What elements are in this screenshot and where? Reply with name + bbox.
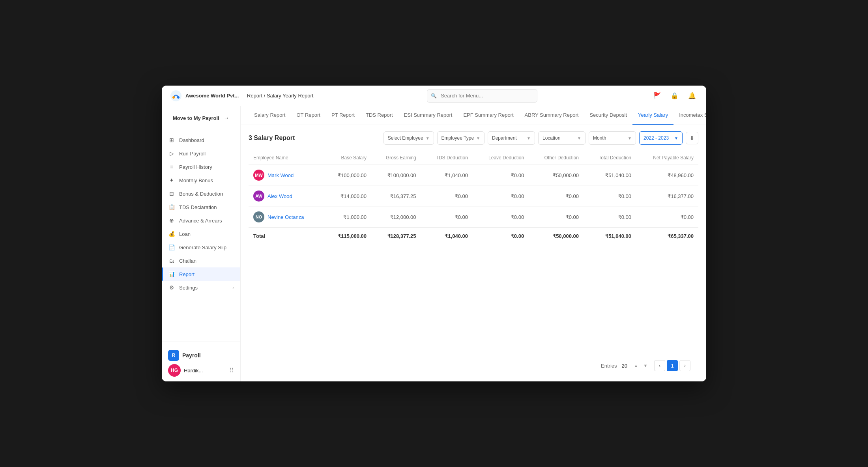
tab-yearly-salary[interactable]: Yearly Salary [632,106,673,125]
month-chevron: ▼ [628,136,632,140]
page-prev-button[interactable]: ‹ [654,360,665,371]
user-row: HG Hardik... ⠿ [168,364,234,377]
department-chevron: ▼ [527,136,531,140]
page-next-button[interactable]: › [679,360,690,371]
avatar: NO [253,211,264,222]
entries-count: 20 [622,363,627,369]
other-deduction-cell: ₹0.00 [529,186,584,207]
total-label-cell: Total [249,228,324,244]
tab-ot-report[interactable]: OT Report [291,106,326,125]
tab-pt-report[interactable]: PT Report [326,106,360,125]
payroll-history-icon: ≡ [168,164,175,170]
location-filter[interactable]: Location ▼ [538,131,586,145]
sidebar-item-dashboard[interactable]: ⊞ Dashboard [162,133,240,147]
total-net-payable: ₹65,337.00 [636,228,698,244]
net-payable-cell: ₹16,377.00 [636,186,698,207]
sidebar-item-loan[interactable]: 💰 Loan [162,227,240,241]
tab-epf-summary-report[interactable]: EPF Summary Report [458,106,519,125]
download-button[interactable]: ⬇ [686,132,698,144]
other-deduction-cell: ₹0.00 [529,207,584,228]
employee-type-chevron: ▼ [476,136,480,140]
sidebar-item-payroll-history[interactable]: ≡ Payroll History [162,160,240,174]
col-gross-earning: Gross Earning [371,151,421,165]
page-1-button[interactable]: 1 [667,360,678,371]
total-tds-deduction: ₹1,040.00 [421,228,473,244]
employee-name-link[interactable]: Alex Wood [268,193,292,199]
tds-deduction-cell: ₹0.00 [421,207,473,228]
entries-down-arrow[interactable]: ▼ [642,362,649,370]
svg-point-1 [172,96,175,99]
lock-icon[interactable]: 🔒 [668,90,681,102]
sidebar-item-run-payroll[interactable]: ▷ Run Payroll [162,147,240,160]
location-chevron: ▼ [577,136,581,140]
dashboard-icon: ⊞ [168,137,175,143]
sidebar-item-tds-declaration[interactable]: 📋 TDS Declaration [162,200,240,214]
bonus-deduction-icon: ⊟ [168,191,175,197]
sidebar-item-monthly-bonus[interactable]: ✦ Monthly Bonus [162,174,240,187]
payroll-brand-icon: R [168,350,179,361]
entries-label: Entries [601,363,617,369]
sidebar-item-advance-arrears[interactable]: ⊕ Advance & Arrears [162,214,240,227]
table-row: AW Alex Wood ₹14,000.00 ₹16,377.25 ₹0.00… [249,186,698,207]
net-payable-cell: ₹48,960.00 [636,165,698,186]
challan-icon: 🗂 [168,258,175,264]
logo-area: Awesome World Pvt... [170,90,241,102]
entries-up-arrow[interactable]: ▲ [632,362,640,370]
move-to-payroll-label: Move to My Payroll [173,115,219,121]
total-deduction-cell: ₹0.00 [584,186,636,207]
loan-icon: 💰 [168,231,175,237]
tab-salary-report[interactable]: Salary Report [249,106,291,125]
total-row: Total ₹115,000.00 ₹128,377.25 ₹1,040.00 … [249,228,698,244]
year-chevron: ▼ [674,136,678,140]
total-total-deduction: ₹51,040.00 [584,228,636,244]
main-content: Move to My Payroll → ⊞ Dashboard ▷ Run P… [162,106,706,381]
tab-esi-summary-report[interactable]: ESI Summary Report [398,106,458,125]
col-base-salary: Base Salary [324,151,371,165]
avatar: HG [168,364,181,377]
table-row: NO Nevine Octanza ₹1,000.00 ₹12,000.00 ₹… [249,207,698,228]
sidebar-top: Move to My Payroll → [162,106,240,130]
report-header: 3 Salary Report Select Employee ▼ Employ… [249,131,698,145]
select-employee-filter[interactable]: Select Employee ▼ [383,131,434,145]
flag-icon[interactable]: 🚩 [651,90,664,102]
sidebar-item-generate-salary-slip[interactable]: 📄 Generate Salary Slip [162,241,240,254]
month-filter[interactable]: Month ▼ [589,131,636,145]
employee-type-filter[interactable]: Employee Type ▼ [437,131,485,145]
gross-earning-cell: ₹12,000.00 [371,207,421,228]
settings-icon: ⚙ [168,284,175,291]
employee-cell: NO Nevine Octanza [249,207,324,228]
sidebar-item-challan[interactable]: 🗂 Challan [162,254,240,267]
sidebar-item-settings[interactable]: ⚙ Settings › [162,281,240,294]
base-salary-cell: ₹100,000.00 [324,165,371,186]
run-payroll-icon: ▷ [168,150,175,157]
col-employee-name: Employee Name [249,151,324,165]
leave-deduction-cell: ₹0.00 [473,165,529,186]
employee-name-link[interactable]: Nevine Octanza [268,214,304,220]
other-deduction-cell: ₹50,000.00 [529,165,584,186]
total-other-deduction: ₹50,000.00 [529,228,584,244]
pagination: ‹ 1 › [654,360,690,371]
table-container: Employee Name Base Salary Gross Earning … [249,151,698,356]
notification-icon[interactable]: 🔔 [686,90,698,102]
col-tds-deduction: TDS Deduction [421,151,473,165]
content-area: Salary Report OT Report PT Report TDS Re… [241,106,706,381]
tab-tds-report[interactable]: TDS Report [360,106,398,125]
tab-incometax-slab[interactable]: Incometax Slab [673,106,706,125]
table-footer: Entries 20 ▲ ▼ ‹ 1 › [249,356,698,375]
tab-security-deposit[interactable]: Security Deposit [584,106,632,125]
tds-deduction-cell: ₹1,040.00 [421,165,473,186]
department-filter[interactable]: Department ▼ [488,131,535,145]
total-base-salary: ₹115,000.00 [324,228,371,244]
search-input[interactable] [427,89,537,103]
year-filter[interactable]: 2022 - 2023 ▼ [639,131,683,145]
move-to-payroll-button[interactable]: Move to My Payroll → [168,111,234,125]
tab-abry-summary-report[interactable]: ABRY Summary Report [519,106,584,125]
grid-dots-icon[interactable]: ⠿ [229,367,234,374]
total-gross-earning: ₹128,377.25 [371,228,421,244]
search-wrapper [427,89,537,103]
employee-name-link[interactable]: Mark Wood [268,172,294,178]
sidebar-item-bonus-deduction[interactable]: ⊟ Bonus & Deduction [162,187,240,200]
advance-icon: ⊕ [168,217,175,224]
sidebar-item-report[interactable]: 📊 Report [162,267,240,281]
payroll-brand: R Payroll [168,347,234,364]
